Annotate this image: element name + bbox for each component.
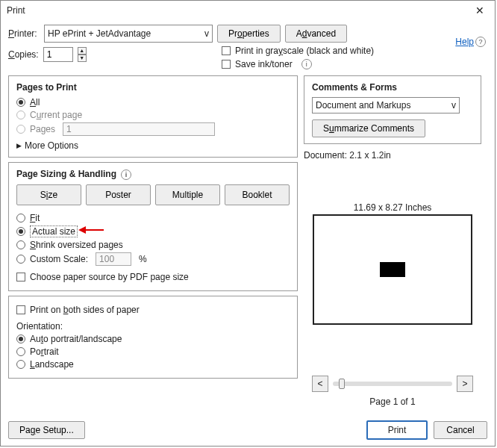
- printer-select[interactable]: HP ePrint + JetAdvantage v: [44, 25, 213, 43]
- radio-portrait[interactable]: [16, 347, 25, 356]
- radio-actual-label: Actual size: [30, 225, 78, 237]
- pages-to-print-group: Pages to Print All Current page Pages ▶M…: [8, 75, 298, 158]
- comments-combo[interactable]: Document and Markups v: [312, 97, 460, 113]
- prev-page-button[interactable]: <: [312, 376, 328, 392]
- preview-page-content: [380, 262, 405, 277]
- orientation-title: Orientation:: [16, 321, 290, 332]
- radio-shrink-label: Shrink oversized pages: [30, 240, 123, 250]
- grayscale-checkbox[interactable]: [222, 46, 231, 55]
- more-options-toggle[interactable]: ▶More Options: [16, 140, 290, 151]
- multiple-button[interactable]: Multiple: [155, 184, 220, 205]
- comments-group: Comments & Forms Document and Markups v …: [304, 75, 481, 144]
- page-slider[interactable]: [333, 382, 452, 386]
- triangle-right-icon: ▶: [16, 142, 22, 149]
- grayscale-label: Print in grayscale (black and white): [235, 46, 374, 56]
- sizing-group: Page Sizing & Handlingi Size Poster Mult…: [8, 162, 298, 291]
- info-icon[interactable]: i: [301, 59, 312, 69]
- next-page-button[interactable]: >: [457, 376, 473, 392]
- radio-landscape-label: Landscape: [30, 359, 74, 370]
- radio-pages-label: Pages: [30, 124, 55, 134]
- printer-value: HP ePrint + JetAdvantage: [48, 28, 151, 39]
- close-icon[interactable]: ✕: [471, 4, 489, 16]
- saveink-checkbox[interactable]: [222, 60, 231, 69]
- document-dimensions: Document: 2.1 x 1.2in: [304, 150, 481, 161]
- chevron-down-icon: v: [204, 28, 209, 39]
- page-counter: Page 1 of 1: [304, 396, 481, 407]
- radio-shrink[interactable]: [16, 240, 25, 249]
- preview-paper-size: 11.69 x 8.27 Inches: [304, 202, 481, 213]
- properties-button[interactable]: Properties: [217, 25, 281, 43]
- summarize-button[interactable]: Summarize Comments: [312, 119, 425, 137]
- radio-current[interactable]: [16, 111, 25, 119]
- orientation-group: Print on both sides of paper Orientation…: [8, 296, 298, 379]
- copies-spinner[interactable]: ▲▼: [78, 47, 87, 62]
- both-sides-checkbox[interactable]: [16, 305, 25, 314]
- dialog-title: Print: [7, 5, 471, 16]
- booklet-button[interactable]: Booklet: [225, 184, 290, 205]
- radio-fit[interactable]: [16, 214, 25, 223]
- comments-combo-value: Document and Markups: [316, 100, 410, 111]
- percent-label: %: [139, 254, 147, 264]
- radio-custom-label: Custom Scale:: [30, 254, 88, 264]
- advanced-button[interactable]: Advanced: [285, 25, 347, 43]
- choose-paper-label: Choose paper source by PDF page size: [30, 272, 189, 282]
- more-options-label: More Options: [25, 140, 78, 151]
- saveink-label: Save ink/toner: [235, 59, 293, 69]
- poster-button[interactable]: Poster: [86, 184, 151, 205]
- copies-label: Copies:: [8, 49, 39, 60]
- pages-input[interactable]: [63, 122, 215, 136]
- radio-fit-label: Fit: [30, 213, 40, 223]
- custom-scale-input[interactable]: [96, 252, 131, 266]
- sizing-title: Page Sizing & Handlingi: [16, 169, 290, 180]
- radio-custom[interactable]: [16, 255, 25, 264]
- radio-landscape[interactable]: [16, 360, 25, 369]
- radio-auto-orient[interactable]: [16, 335, 25, 343]
- help-link[interactable]: Help: [455, 37, 474, 47]
- radio-all-label: All: [30, 97, 40, 108]
- pages-to-print-title: Pages to Print: [16, 82, 290, 93]
- print-button[interactable]: Print: [366, 420, 428, 440]
- radio-current-label: Current page: [30, 110, 82, 120]
- radio-all[interactable]: [16, 98, 25, 107]
- print-preview: [313, 214, 472, 325]
- printer-label: Printer:: [8, 28, 40, 39]
- radio-actual[interactable]: [16, 227, 25, 236]
- both-sides-label: Print on both sides of paper: [30, 305, 140, 315]
- comments-title: Comments & Forms: [312, 82, 473, 93]
- slider-thumb[interactable]: [339, 379, 345, 389]
- choose-paper-checkbox[interactable]: [16, 273, 25, 281]
- cancel-button[interactable]: Cancel: [434, 421, 487, 439]
- help-icon[interactable]: ?: [475, 37, 486, 47]
- size-button[interactable]: Size: [16, 184, 81, 205]
- radio-portrait-label: Portrait: [30, 346, 59, 357]
- info-icon[interactable]: i: [121, 169, 131, 180]
- copies-input[interactable]: [43, 47, 73, 62]
- chevron-down-icon: v: [451, 100, 456, 111]
- radio-auto-orient-label: Auto portrait/landscape: [30, 334, 122, 344]
- radio-pages[interactable]: [16, 125, 25, 134]
- page-setup-button[interactable]: Page Setup...: [8, 421, 85, 439]
